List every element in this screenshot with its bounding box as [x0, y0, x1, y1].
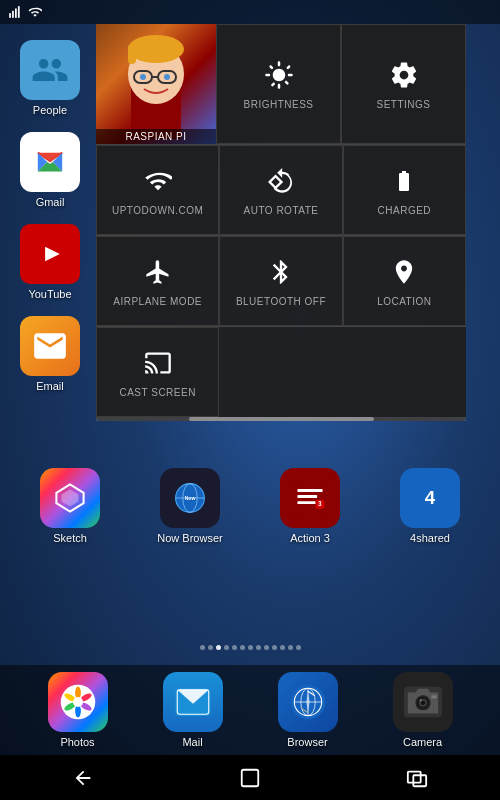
app-youtube[interactable]: YouTube: [5, 218, 95, 306]
camera-app-icon: [404, 686, 442, 718]
qs-brightness[interactable]: BRIGHTNESS: [216, 24, 341, 144]
brightness-label: BRIGHTNESS: [243, 99, 313, 110]
app-people[interactable]: People: [5, 34, 95, 122]
castscreen-icon: [142, 347, 174, 379]
camera-icon-bg: [393, 672, 453, 732]
4shared-label: 4shared: [410, 532, 450, 544]
raspian-widget[interactable]: RASPIAN PI: [96, 24, 216, 144]
brightness-icon: [263, 59, 295, 91]
svg-point-13: [140, 74, 146, 80]
page-dot-12: [288, 645, 293, 650]
qs-autorotate[interactable]: AUTO ROTATE: [219, 145, 342, 235]
page-dot-10: [272, 645, 277, 650]
4shared-icon-bg: 4: [400, 468, 460, 528]
browser-label: Browser: [287, 736, 327, 748]
qs-settings[interactable]: SETTINGS: [341, 24, 466, 144]
svg-rect-55: [431, 695, 436, 698]
dock-browser[interactable]: Browser: [263, 666, 353, 754]
sidebar-apps: People Gmail YouTube: [0, 34, 100, 398]
action3-app-icon: 3: [292, 480, 328, 516]
settings-icon: [388, 59, 420, 91]
page-dot-3: [216, 645, 221, 650]
youtube-icon-bg: [20, 224, 80, 284]
airplane-icon: [142, 256, 174, 288]
nav-back-icon: [72, 767, 94, 789]
page-dots: [0, 645, 500, 650]
qs-scrollbar: [96, 417, 466, 421]
svg-point-37: [72, 697, 82, 707]
photos-label: Photos: [60, 736, 94, 748]
sketch-app-icon: [53, 481, 87, 515]
nav-bar: [0, 755, 500, 800]
qs-uptodown[interactable]: UPTODOWN.COM: [96, 145, 219, 235]
svg-rect-2: [15, 9, 17, 18]
raspian-label: RASPIAN PI: [96, 129, 216, 144]
people-app-icon: [31, 51, 69, 89]
svg-text:Now: Now: [185, 495, 196, 501]
4shared-app-icon: 4: [412, 480, 448, 516]
svg-marker-16: [62, 490, 79, 507]
quick-settings-panel: RASPIAN PI BRIGHTNESS SETTINGS: [96, 24, 466, 421]
email-label: Email: [36, 380, 64, 392]
page-dot-4: [224, 645, 229, 650]
app-gmail[interactable]: Gmail: [5, 126, 95, 214]
nav-back-button[interactable]: [58, 760, 108, 795]
youtube-label: YouTube: [28, 288, 71, 300]
uptodown-label: UPTODOWN.COM: [112, 205, 203, 216]
home-area: People Gmail YouTube: [0, 24, 500, 690]
page-dot-9: [264, 645, 269, 650]
youtube-app-icon: [28, 238, 72, 270]
nav-home-icon: [239, 767, 261, 789]
app-nowbrowser[interactable]: Now Now Browser: [145, 462, 235, 550]
bluetooth-icon: [265, 256, 297, 288]
svg-text:4: 4: [425, 487, 436, 508]
page-dot-5: [232, 645, 237, 650]
uptodown-icon: [142, 165, 174, 197]
dock-photos[interactable]: Photos: [33, 666, 123, 754]
svg-rect-0: [9, 13, 11, 18]
bluetooth-label: BLUETOOTH OFF: [236, 296, 326, 307]
status-icons: [8, 5, 42, 19]
page-dot-8: [256, 645, 261, 650]
qs-airplane[interactable]: AIRPLANE MODE: [96, 236, 219, 326]
charged-label: CHARGED: [378, 205, 432, 216]
svg-point-8: [128, 35, 184, 63]
action3-label: Action 3: [290, 532, 330, 544]
qs-bluetooth[interactable]: BLUETOOTH OFF: [219, 236, 342, 326]
browser-app-icon: [290, 684, 326, 720]
raspian-image: [96, 24, 216, 144]
page-dot-2: [208, 645, 213, 650]
qs-charged[interactable]: CHARGED: [343, 145, 466, 235]
gmail-icon-bg: [20, 132, 80, 192]
svg-text:3: 3: [318, 500, 322, 507]
photos-app-icon: [60, 684, 96, 720]
camera-label: Camera: [403, 736, 442, 748]
nav-recents-button[interactable]: [392, 760, 442, 795]
gmail-label: Gmail: [36, 196, 65, 208]
qs-location[interactable]: LOCATION: [343, 236, 466, 326]
app-action3[interactable]: 3 Action 3: [265, 462, 355, 550]
qs-castscreen[interactable]: CAST SCREEN: [96, 327, 219, 417]
mid-app-row: Sketch Now Now Browser: [0, 462, 500, 550]
nav-recents-icon: [406, 767, 428, 789]
dock-mail[interactable]: Mail: [148, 666, 238, 754]
people-icon-bg: [20, 40, 80, 100]
nowbrowser-icon-bg: Now: [160, 468, 220, 528]
mail-label: Mail: [182, 736, 202, 748]
app-email[interactable]: Email: [5, 310, 95, 398]
page-dot-7: [248, 645, 253, 650]
page-dot-13: [296, 645, 301, 650]
app-4shared[interactable]: 4 4shared: [385, 462, 475, 550]
nowbrowser-app-icon: Now: [172, 480, 208, 516]
svg-rect-1: [12, 11, 14, 18]
nowbrowser-label: Now Browser: [157, 532, 222, 544]
app-sketch[interactable]: Sketch: [25, 462, 115, 550]
dock-camera[interactable]: Camera: [378, 666, 468, 754]
status-bar: [0, 0, 500, 24]
charged-icon: [388, 165, 420, 197]
svg-point-54: [419, 699, 421, 701]
page-dot-1: [200, 645, 205, 650]
qs-row4: CAST SCREEN: [96, 326, 466, 417]
nav-home-button[interactable]: [225, 760, 275, 795]
location-label: LOCATION: [377, 296, 431, 307]
